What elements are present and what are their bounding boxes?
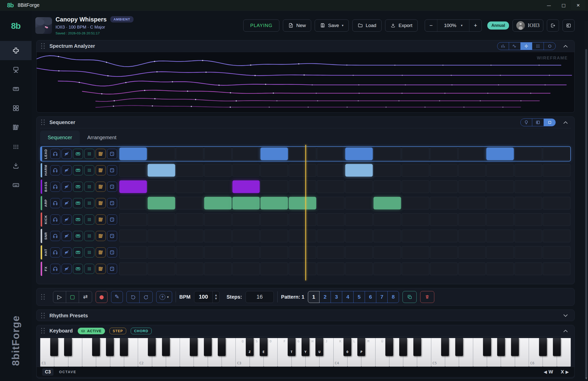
random-button[interactable] — [107, 247, 117, 257]
piano-key-black[interactable] — [120, 338, 128, 356]
steps-button[interactable] — [84, 182, 94, 192]
step-cell[interactable] — [148, 263, 175, 275]
piano-key-black[interactable] — [64, 338, 72, 356]
steps-button[interactable] — [84, 198, 94, 208]
step-cell[interactable] — [289, 230, 316, 242]
solo-button[interactable] — [50, 165, 60, 175]
step-cell[interactable] — [458, 148, 486, 160]
step-cell[interactable] — [176, 197, 203, 209]
step-cell[interactable] — [119, 164, 147, 177]
step-cell[interactable] — [176, 246, 203, 259]
piano-key-black[interactable]: U — [315, 338, 323, 356]
solo-button[interactable] — [50, 264, 60, 274]
steps-button[interactable] — [84, 247, 94, 257]
step-cell[interactable] — [515, 197, 542, 209]
spin-down-icon[interactable]: ▼ — [215, 297, 217, 300]
loop-button[interactable]: ⇄ — [79, 291, 92, 303]
titlebar[interactable]: 8b 8BitForge — □ ✕ — [0, 0, 588, 11]
copy-pattern-button[interactable] — [403, 291, 417, 303]
stop-button[interactable]: ▢ — [66, 291, 79, 303]
library-button[interactable] — [96, 215, 106, 225]
step-cell[interactable] — [515, 263, 542, 275]
sidebar-item-download[interactable] — [0, 156, 32, 175]
step-cell[interactable] — [402, 197, 429, 209]
instrument-button[interactable] — [73, 149, 83, 159]
mute-button[interactable] — [62, 198, 72, 208]
piano-key-black[interactable] — [539, 338, 547, 356]
step-cell[interactable] — [373, 180, 401, 193]
bar-chart-icon[interactable] — [497, 42, 509, 50]
step-cell[interactable] — [458, 246, 486, 259]
mute-button[interactable] — [62, 231, 72, 241]
step-cell[interactable] — [317, 197, 344, 209]
piano-key-black[interactable] — [50, 338, 58, 356]
track-label[interactable]: FX — [42, 262, 49, 276]
step-cell[interactable] — [543, 263, 570, 275]
sidebar-item-piano[interactable] — [0, 79, 32, 99]
steps-button[interactable] — [84, 231, 94, 241]
step-cell[interactable] — [373, 213, 401, 226]
track-label[interactable]: HARM — [42, 163, 49, 177]
sidebar-item-sequencer[interactable] — [0, 41, 32, 60]
step-cell[interactable] — [345, 148, 373, 160]
mute-button[interactable] — [62, 149, 72, 159]
step-cell[interactable] — [430, 246, 458, 259]
piano-key-black[interactable]: T — [288, 338, 296, 356]
panel-icon[interactable] — [532, 119, 544, 126]
orbit-icon[interactable] — [521, 42, 532, 50]
step-cell[interactable] — [204, 230, 232, 242]
pattern-button-3[interactable]: 3 — [331, 291, 342, 303]
save-button[interactable]: Save ▾ — [315, 19, 349, 32]
random-button[interactable] — [107, 231, 117, 241]
step-cell[interactable] — [289, 180, 316, 193]
random-button[interactable] — [107, 165, 117, 175]
chevron-up-icon[interactable] — [561, 42, 570, 50]
instrument-button[interactable] — [73, 165, 83, 175]
mute-button[interactable] — [62, 264, 72, 274]
drag-handle-icon[interactable] — [41, 120, 45, 125]
playing-status-button[interactable]: PLAYING — [243, 19, 279, 32]
step-cell[interactable] — [543, 180, 570, 193]
step-cell[interactable] — [204, 213, 232, 226]
steps-button[interactable] — [84, 165, 94, 175]
circle-icon[interactable] — [544, 42, 555, 50]
step-cell[interactable] — [430, 263, 458, 275]
library-button[interactable] — [96, 264, 106, 274]
step-cell[interactable] — [260, 246, 288, 259]
random-button[interactable] — [107, 215, 117, 225]
mute-button[interactable] — [62, 215, 72, 225]
step-cell[interactable] — [119, 246, 147, 259]
step-cell[interactable] — [232, 230, 260, 242]
step-cell[interactable] — [204, 164, 232, 177]
step-cell[interactable] — [373, 164, 401, 177]
step-cell[interactable] — [232, 246, 260, 259]
piano-key-black[interactable]: P — [357, 338, 365, 356]
step-cell[interactable] — [458, 230, 486, 242]
solo-button[interactable] — [50, 182, 60, 192]
piano-key-black[interactable]: Y — [302, 338, 309, 356]
step-cell[interactable] — [176, 180, 203, 193]
instrument-button[interactable] — [73, 198, 83, 208]
step-cell[interactable] — [176, 213, 203, 226]
help-menu-button[interactable]: ? ▾ — [156, 291, 172, 303]
step-cell[interactable] — [486, 246, 514, 259]
step-cell[interactable] — [260, 230, 288, 242]
step-cell[interactable] — [402, 263, 429, 275]
step-cell[interactable] — [515, 213, 542, 226]
piano-key-black[interactable] — [483, 338, 491, 356]
instrument-button[interactable] — [73, 215, 83, 225]
track-label[interactable]: SNR — [42, 229, 49, 243]
zoom-level-select[interactable]: 100% ▾ — [437, 20, 469, 31]
record-button[interactable]: ● — [96, 291, 108, 303]
step-cell[interactable] — [345, 197, 373, 209]
library-button[interactable] — [96, 149, 106, 159]
user-menu[interactable]: IOII3 — [513, 19, 543, 32]
step-cell[interactable] — [119, 148, 147, 160]
scroll-down-icon[interactable]: ▼ — [584, 377, 588, 380]
track-label[interactable]: KICK — [42, 212, 49, 227]
octave-down-button[interactable]: ◀ W — [544, 369, 553, 374]
step-cell[interactable] — [176, 263, 203, 275]
drag-handle-icon[interactable] — [41, 43, 45, 49]
step-cell[interactable] — [260, 164, 288, 177]
step-cell[interactable] — [260, 197, 288, 209]
